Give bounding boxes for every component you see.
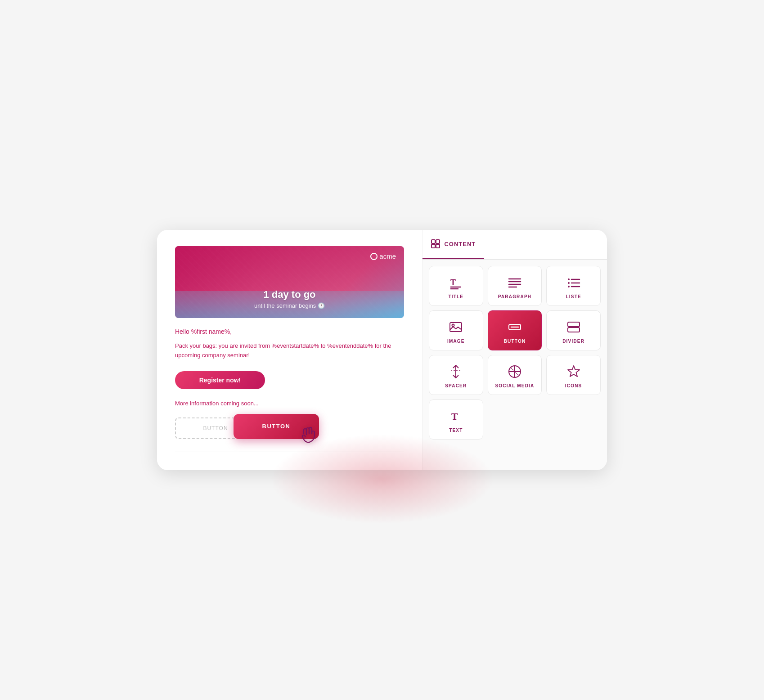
divider-label: DIVIDER xyxy=(562,339,584,344)
acme-logo: acme xyxy=(370,252,396,260)
more-info-text: More information coming soon... xyxy=(175,400,404,407)
divider-icon xyxy=(566,320,581,334)
button-drag-area: BUTTON BUTTON xyxy=(175,414,404,443)
grid-icon xyxy=(431,239,440,249)
svg-point-18 xyxy=(452,324,454,327)
button-label: BUTTON xyxy=(504,339,526,344)
image-label: IMAGE xyxy=(447,339,465,344)
email-editor-panel: acme 1 day to go until the seminar begin… xyxy=(157,230,422,470)
spacer-icon xyxy=(449,364,463,379)
image-icon xyxy=(449,320,463,334)
countdown-title: 1 day to go xyxy=(184,289,395,301)
content-item-liste[interactable]: LISTE xyxy=(546,266,601,306)
title-label: TITLE xyxy=(448,294,463,299)
paragraph-label: PARAGRAPH xyxy=(498,294,532,299)
svg-rect-2 xyxy=(431,244,435,248)
content-item-social-media[interactable]: SOCIAL MEDIA xyxy=(488,355,542,395)
acme-circle-icon xyxy=(370,253,378,260)
tab-2[interactable] xyxy=(484,230,546,259)
social-icon xyxy=(508,364,522,379)
button-icon xyxy=(508,320,522,334)
content-item-divider[interactable]: DIVIDER xyxy=(546,310,601,350)
main-container: acme 1 day to go until the seminar begin… xyxy=(157,230,607,470)
svg-rect-0 xyxy=(431,240,435,243)
content-grid: T TITLE PARAGRAPH xyxy=(422,260,607,446)
title-icon: T xyxy=(449,275,463,290)
social-media-label: SOCIAL MEDIA xyxy=(495,383,534,388)
svg-rect-21 xyxy=(568,322,580,327)
svg-rect-1 xyxy=(436,240,440,243)
panel-tabs: CONTENT xyxy=(422,230,607,260)
svg-point-11 xyxy=(568,278,570,280)
svg-point-13 xyxy=(568,282,570,284)
content-item-icons[interactable]: ICONS xyxy=(546,355,601,395)
svg-rect-22 xyxy=(568,328,580,332)
email-greeting: Hello %first name%, xyxy=(175,328,404,335)
register-button[interactable]: Register now! xyxy=(175,371,265,389)
countdown-subtitle: until the seminar begins 🕐 xyxy=(184,302,395,309)
app-window: acme 1 day to go until the seminar begin… xyxy=(157,230,607,470)
svg-rect-17 xyxy=(450,323,462,332)
content-item-title[interactable]: T TITLE xyxy=(429,266,483,306)
content-item-spacer[interactable]: SPACER xyxy=(429,355,483,395)
liste-label: LISTE xyxy=(566,294,581,299)
svg-rect-3 xyxy=(436,244,440,248)
countdown-content: 1 day to go until the seminar begins 🕐 xyxy=(175,282,404,318)
star-icon xyxy=(566,364,581,379)
tab-content-label: CONTENT xyxy=(444,241,476,247)
content-item-text[interactable]: T TEXT xyxy=(429,399,483,440)
tab-3[interactable] xyxy=(545,230,607,259)
cursor-hand-icon xyxy=(300,426,318,449)
list-icon xyxy=(566,275,581,290)
content-item-paragraph[interactable]: PARAGRAPH xyxy=(488,266,542,306)
email-body: Hello %first name%, Pack your bags: you … xyxy=(175,328,404,452)
email-body-text: Pack your bags: you are invited from %ev… xyxy=(175,341,404,360)
paragraph-icon xyxy=(508,275,522,290)
bottom-divider xyxy=(175,452,404,452)
tab-content[interactable]: CONTENT xyxy=(422,230,484,259)
email-header-image: acme 1 day to go until the seminar begin… xyxy=(175,246,404,318)
spacer-label: SPACER xyxy=(445,383,467,388)
content-item-image[interactable]: IMAGE xyxy=(429,310,483,350)
text-icon: T xyxy=(449,409,463,423)
svg-text:T: T xyxy=(451,411,458,422)
svg-text:T: T xyxy=(450,278,456,287)
svg-point-15 xyxy=(568,286,570,287)
text-label: TEXT xyxy=(449,428,463,433)
content-item-button[interactable]: BUTTON xyxy=(488,310,542,350)
icons-label: ICONS xyxy=(565,383,582,388)
content-panel: CONTENT T TITLE xyxy=(422,230,607,470)
svg-marker-29 xyxy=(568,366,580,377)
